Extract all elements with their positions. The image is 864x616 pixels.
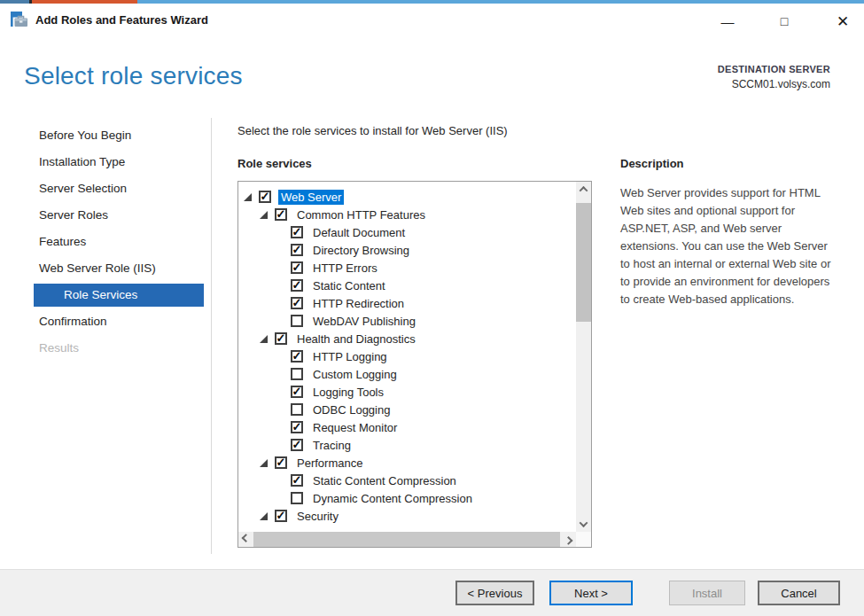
- tree-item-tracing[interactable]: ✓Tracing: [238, 436, 576, 454]
- tree-item-web-server[interactable]: ✓Web Server: [238, 188, 576, 206]
- checkbox[interactable]: ✓: [291, 350, 303, 363]
- vertical-scrollbar[interactable]: [576, 182, 591, 532]
- sidebar-item-features[interactable]: Features: [25, 229, 211, 255]
- checkbox[interactable]: [291, 403, 303, 416]
- sidebar-divider: [211, 118, 212, 554]
- tree-item-label: Static Content Compression: [310, 473, 459, 488]
- tree-item-http-redirection[interactable]: ✓HTTP Redirection: [238, 294, 576, 312]
- expander-icon[interactable]: [260, 512, 268, 520]
- expander-icon[interactable]: [260, 335, 268, 343]
- tree-item-common-http-features[interactable]: ✓Common HTTP Features: [238, 206, 576, 223]
- check-icon: ✓: [261, 191, 270, 202]
- maximize-icon: □: [781, 14, 788, 28]
- window-title: Add Roles and Features Wizard: [35, 13, 208, 27]
- tree-item-default-document[interactable]: ✓Default Document: [238, 223, 576, 241]
- scrollbar-corner: [576, 532, 591, 547]
- expander-icon[interactable]: [260, 211, 268, 219]
- checkbox[interactable]: ✓: [291, 439, 303, 451]
- tree-item-label: Custom Logging: [310, 367, 400, 382]
- checkbox[interactable]: ✓: [275, 208, 287, 221]
- sidebar-item-installation-type[interactable]: Installation Type: [25, 149, 211, 175]
- description-label: Description: [620, 157, 684, 170]
- expander-icon[interactable]: [260, 459, 268, 467]
- checkbox[interactable]: ✓: [259, 191, 271, 203]
- tree-item-security[interactable]: ✓Security: [238, 507, 576, 525]
- vertical-scrollbar-thumb[interactable]: [576, 203, 591, 322]
- cancel-button[interactable]: Cancel: [758, 581, 840, 605]
- tree-item-label: Tracing: [310, 438, 354, 453]
- tree-item-webdav-publishing[interactable]: WebDAV Publishing: [238, 312, 576, 330]
- tree-item-static-content-compression[interactable]: ✓Static Content Compression: [238, 472, 576, 489]
- tree-item-directory-browsing[interactable]: ✓Directory Browsing: [238, 241, 576, 259]
- checkbox[interactable]: ✓: [275, 332, 287, 345]
- tree-item-health-and-diagnostics[interactable]: ✓Health and Diagnostics: [238, 330, 576, 347]
- close-button[interactable]: ✕: [828, 9, 858, 34]
- checkbox[interactable]: ✓: [291, 421, 303, 433]
- scroll-up-button[interactable]: [576, 182, 591, 197]
- chevron-left-icon: [242, 534, 251, 542]
- checkbox[interactable]: ✓: [275, 510, 287, 522]
- next-button[interactable]: Next >: [549, 581, 633, 605]
- checkbox[interactable]: ✓: [291, 386, 303, 398]
- install-button: Install: [669, 581, 745, 605]
- tree-item-label: Dynamic Content Compression: [310, 491, 475, 506]
- scroll-down-button[interactable]: [576, 517, 591, 532]
- tree-item-label: Static Content: [310, 278, 388, 293]
- tree-item-label: Security: [294, 509, 341, 524]
- check-icon: ✓: [292, 386, 302, 397]
- horizontal-scrollbar-thumb[interactable]: [253, 532, 560, 547]
- sidebar-item-role-services[interactable]: Role Services: [34, 284, 204, 307]
- tree-item-dynamic-content-compression[interactable]: Dynamic Content Compression: [238, 489, 576, 507]
- horizontal-scrollbar[interactable]: [238, 532, 576, 547]
- sidebar-item-server-selection[interactable]: Server Selection: [25, 175, 211, 202]
- tree-item-label: Health and Diagnostics: [294, 331, 418, 347]
- scroll-left-button[interactable]: [238, 532, 253, 547]
- checkbox[interactable]: ✓: [275, 456, 287, 469]
- sidebar-item-confirmation[interactable]: Confirmation: [25, 308, 211, 335]
- tree-item-label: Web Server: [278, 190, 344, 205]
- scroll-right-button[interactable]: [561, 532, 576, 547]
- sidebar-item-before-you-begin[interactable]: Before You Begin: [25, 122, 211, 149]
- checkbox[interactable]: ✓: [291, 297, 303, 309]
- tree-item-label: HTTP Errors: [310, 261, 380, 276]
- tree-item-custom-logging[interactable]: Custom Logging: [238, 365, 576, 383]
- checkbox[interactable]: [291, 368, 303, 380]
- tree-item-http-errors[interactable]: ✓HTTP Errors: [238, 259, 576, 277]
- role-services-tree: ✓Web Server✓Common HTTP Features✓Default…: [237, 181, 592, 548]
- checkbox[interactable]: [291, 315, 303, 327]
- destination-server-block: DESTINATION SERVER SCCM01.volsys.com: [718, 64, 830, 90]
- checkbox[interactable]: ✓: [291, 244, 303, 256]
- tree-item-label: Logging Tools: [310, 385, 386, 400]
- tree-item-odbc-logging[interactable]: ODBC Logging: [238, 401, 576, 418]
- tree-item-static-content[interactable]: ✓Static Content: [238, 277, 576, 294]
- description-text: Web Server provides support for HTML Web…: [620, 184, 840, 308]
- destination-server-label: DESTINATION SERVER: [718, 64, 830, 74]
- tree-rows: ✓Web Server✓Common HTTP Features✓Default…: [238, 188, 576, 532]
- previous-button[interactable]: < Previous: [455, 581, 534, 605]
- checkbox[interactable]: ✓: [291, 474, 303, 487]
- maximize-button[interactable]: □: [769, 9, 799, 34]
- tree-item-label: WebDAV Publishing: [310, 314, 418, 329]
- sidebar-item-web-server-role-iis[interactable]: Web Server Role (IIS): [25, 255, 211, 282]
- tree-item-label: Common HTTP Features: [294, 207, 428, 222]
- checkbox[interactable]: ✓: [291, 279, 303, 292]
- tree-item-http-logging[interactable]: ✓HTTP Logging: [238, 347, 576, 365]
- role-services-label: Role services: [237, 157, 312, 170]
- tree-item-logging-tools[interactable]: ✓Logging Tools: [238, 383, 576, 401]
- checkbox[interactable]: [291, 492, 303, 504]
- wizard-window: Add Roles and Features Wizard — □ ✕ Sele…: [0, 0, 864, 616]
- tree-item-label: ODBC Logging: [310, 402, 393, 417]
- sidebar-item-results: Results: [25, 335, 211, 362]
- check-icon: ✓: [292, 297, 302, 308]
- expander-icon[interactable]: [244, 193, 252, 201]
- sidebar-item-server-roles[interactable]: Server Roles: [25, 202, 211, 229]
- minimize-button[interactable]: —: [712, 9, 743, 34]
- tree-item-performance[interactable]: ✓Performance: [238, 454, 576, 472]
- check-icon: ✓: [276, 208, 286, 220]
- check-icon: ✓: [292, 350, 302, 362]
- tree-item-request-monitor[interactable]: ✓Request Monitor: [238, 418, 576, 436]
- checkbox[interactable]: ✓: [291, 226, 303, 238]
- check-icon: ✓: [276, 510, 286, 521]
- tree-item-label: HTTP Redirection: [310, 296, 407, 311]
- checkbox[interactable]: ✓: [291, 261, 303, 274]
